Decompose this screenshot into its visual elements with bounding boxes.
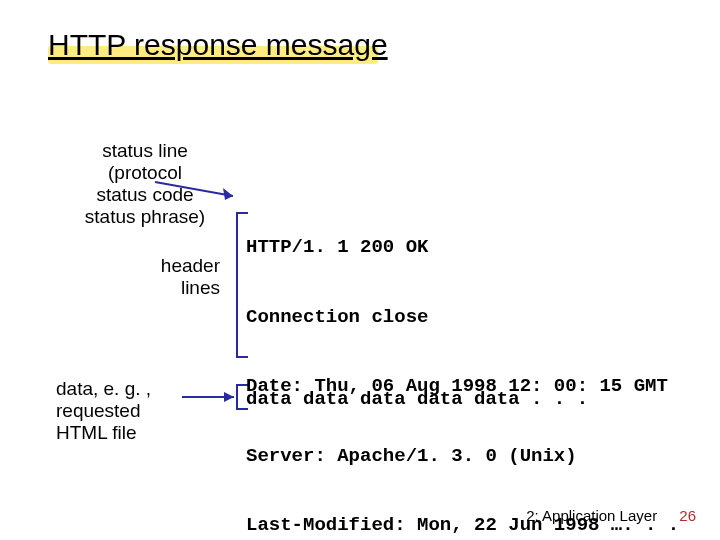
code-header-text: Connection close xyxy=(246,306,428,328)
code-data-line-wrap: data data data data data . . . xyxy=(246,388,588,410)
svg-marker-1 xyxy=(223,188,233,200)
svg-marker-3 xyxy=(224,392,234,402)
footer-page-number: 26 xyxy=(679,507,696,524)
footer-chapter: 2: Application Layer xyxy=(526,507,657,524)
svg-line-0 xyxy=(155,182,233,196)
label-header-lines: headerlines xyxy=(140,255,220,299)
code-data-line: data data data data data . . . xyxy=(246,388,588,410)
code-status-text: HTTP/1. 1 200 OK xyxy=(246,236,428,258)
http-response-code: HTTP/1. 1 200 OK Connection close Date: … xyxy=(246,190,679,540)
code-status-line: HTTP/1. 1 200 OK xyxy=(246,236,679,259)
code-header-text: Server: Apache/1. 3. 0 (Unix) xyxy=(246,445,577,467)
slide-title: HTTP response message xyxy=(48,28,388,62)
code-header-line: Server: Apache/1. 3. 0 (Unix) xyxy=(246,445,679,468)
label-data: data, e. g. ,requestedHTML file xyxy=(56,378,186,444)
code-header-line: Connection close xyxy=(246,306,679,329)
arrow-status xyxy=(155,178,245,202)
footer: 2: Application Layer 26 xyxy=(526,507,696,524)
title-wrap: HTTP response message xyxy=(48,28,388,62)
bracket-headers xyxy=(236,212,238,358)
bracket-data xyxy=(236,384,238,410)
slide: HTTP response message status line(protoc… xyxy=(0,0,720,540)
